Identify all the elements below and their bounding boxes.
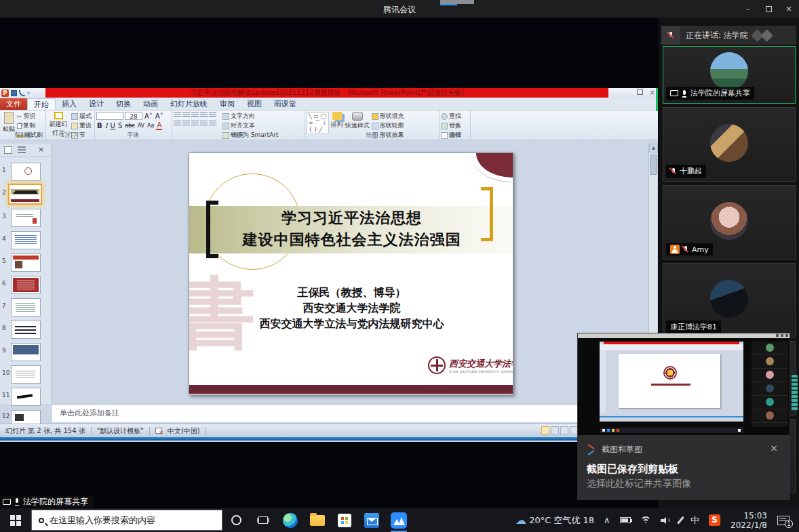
tab-transitions[interactable]: 切换 — [110, 98, 137, 110]
hidden-icons-button[interactable]: ∧ — [599, 508, 615, 532]
qat-dropdown-icon[interactable]: ▾ — [27, 90, 30, 96]
sogou-button[interactable]: S — [704, 508, 725, 532]
columns-icon[interactable] — [209, 121, 216, 127]
sidebar-scroll-indicator[interactable] — [792, 375, 798, 411]
outline-tab-icon[interactable] — [18, 146, 26, 154]
font-size-box[interactable]: 28 — [125, 112, 142, 120]
snip-notification[interactable]: 截图和草图 × 截图已保存到剪贴板 选择此处标记并共享图像 — [577, 436, 790, 500]
participant-tile[interactable]: 康正博法学81 — [663, 263, 796, 337]
tab-file[interactable]: 文件 — [0, 98, 27, 110]
slide-thumbnail[interactable] — [11, 410, 41, 425]
bullets-icon[interactable] — [174, 112, 181, 118]
indent-decrease-icon[interactable] — [191, 112, 199, 118]
scrollbar-thumb[interactable] — [650, 155, 657, 175]
numbering-icon[interactable] — [182, 112, 190, 118]
screenshot-preview-window[interactable] — [577, 333, 790, 436]
spellcheck-icon[interactable] — [155, 428, 162, 434]
close-pane-icon[interactable]: × — [38, 145, 44, 154]
slide-thumbnail[interactable] — [11, 298, 41, 316]
pen-button[interactable] — [675, 508, 686, 532]
cut-button[interactable]: ✂剪切 — [17, 112, 43, 121]
ppt-restore-icon[interactable] — [637, 89, 643, 95]
close-button[interactable]: × — [779, 0, 799, 18]
slide-thumbnail[interactable] — [11, 343, 41, 361]
shadow-button[interactable]: S — [117, 122, 123, 129]
shapes-row-1[interactable]: ╲ ▭ ◯ — [309, 113, 327, 119]
notification-close-icon[interactable]: × — [770, 443, 778, 453]
slide-thumbnail[interactable] — [11, 231, 41, 249]
quick-styles-button[interactable]: 快速样式 — [345, 112, 370, 130]
line-spacing-icon[interactable] — [209, 112, 216, 118]
find-button[interactable]: 查找 — [441, 112, 461, 121]
shapes-row-2[interactable]: ⇨ ⌒ ⇩ — [309, 120, 327, 126]
slide-thumbnail[interactable] — [11, 163, 41, 181]
text-direction-button[interactable]: 文字方向 — [222, 112, 278, 121]
normal-view-icon[interactable] — [541, 426, 549, 434]
undo-icon[interactable] — [19, 90, 25, 96]
strikethrough-button[interactable]: abc — [124, 123, 135, 129]
align-right-icon[interactable] — [191, 121, 199, 127]
grow-font-button[interactable]: A˄ — [144, 112, 153, 120]
italic-button[interactable]: I — [104, 122, 109, 129]
shape-outline-button[interactable]: 形状轮廓 — [372, 121, 404, 130]
slide-canvas[interactable]: 学习习近平法治思想 建设中国特色社会主义法治强国 書 王保民（教授、博导） 西安… — [189, 152, 513, 395]
weather-widget[interactable]: ☁ 20°C 空气优 18 — [511, 508, 599, 532]
participant-tile[interactable]: 十鹏起 — [663, 107, 796, 182]
network-button[interactable] — [636, 508, 656, 532]
taskbar-search-input[interactable]: 在这里输入你要搜索的内容 — [31, 510, 222, 531]
arrange-button[interactable]: 排列 — [331, 112, 343, 129]
restore-button[interactable] — [758, 0, 779, 18]
tab-insert[interactable]: 插入 — [56, 98, 83, 110]
participant-tile[interactable]: Amy — [663, 185, 796, 260]
slide-thumbnail[interactable] — [11, 276, 41, 294]
volume-button[interactable] — [656, 508, 675, 532]
tencent-meeting-button[interactable] — [385, 508, 412, 532]
layout-button[interactable]: 版式 — [71, 112, 92, 121]
font-color-button[interactable]: A — [156, 121, 162, 130]
slide-thumbnail[interactable] — [11, 321, 41, 339]
tab-yuketang[interactable]: 雨课堂 — [268, 98, 303, 110]
edge-button[interactable] — [277, 508, 304, 532]
battery-button[interactable] — [615, 508, 636, 532]
slide-thumbnail[interactable] — [11, 365, 41, 384]
align-center-icon[interactable] — [182, 121, 190, 127]
tab-slideshow[interactable]: 幻灯片放映 — [164, 98, 214, 110]
slide-thumbnail-selected[interactable] — [8, 184, 42, 205]
tab-home[interactable]: 开始 — [27, 98, 56, 110]
task-view-button[interactable] — [250, 508, 277, 532]
cortana-button[interactable] — [222, 508, 250, 532]
justify-icon[interactable] — [200, 121, 208, 127]
file-explorer-button[interactable] — [304, 508, 331, 532]
replace-button[interactable]: 替换 — [441, 121, 461, 130]
tab-review[interactable]: 审阅 — [214, 98, 241, 110]
scroll-up-icon[interactable]: ▲ — [649, 144, 658, 152]
ppt-close-icon[interactable]: × — [650, 89, 655, 96]
shrink-font-button[interactable]: A˅ — [155, 112, 164, 120]
copy-button[interactable]: 复制 — [17, 121, 43, 130]
slide-sorter-view-icon[interactable] — [551, 426, 559, 434]
participant-tile[interactable]: 法学院的屏幕共享 — [663, 46, 796, 104]
minimize-button[interactable]: – — [738, 0, 758, 18]
change-case-button[interactable]: Aa — [147, 123, 155, 129]
slide-thumbnail[interactable] — [11, 209, 41, 227]
mail-button[interactable] — [358, 508, 385, 532]
preview-close-icon[interactable] — [785, 334, 788, 337]
shape-fill-button[interactable]: 形状填充 — [372, 112, 404, 121]
slide-thumbnail[interactable] — [11, 253, 41, 272]
reading-view-icon[interactable] — [560, 426, 568, 434]
align-left-icon[interactable] — [174, 121, 181, 127]
preview-titlebar[interactable] — [578, 333, 790, 338]
underline-button[interactable]: U — [110, 122, 116, 129]
action-center-button[interactable]: 1 — [773, 508, 799, 532]
start-button[interactable] — [0, 508, 31, 532]
ime-button[interactable]: 中 — [686, 508, 704, 532]
tab-design[interactable]: 设计 — [83, 98, 110, 110]
preview-minimize-icon[interactable] — [776, 334, 779, 337]
slide-thumbnail[interactable] — [11, 388, 41, 406]
tab-animations[interactable]: 动画 — [137, 98, 164, 110]
language-indicator[interactable]: 中文(中国) — [168, 426, 200, 436]
clock[interactable]: 15:03 2022/1/8 — [725, 508, 773, 532]
bold-button[interactable]: B — [96, 122, 103, 129]
save-icon[interactable] — [11, 90, 17, 96]
notes-pane[interactable]: 单击此处添加备注 — [52, 404, 649, 422]
